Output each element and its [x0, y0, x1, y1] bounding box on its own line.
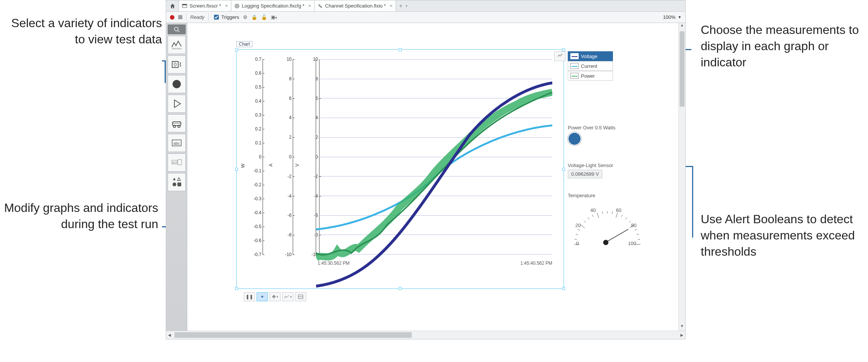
horizontal-scrollbar[interactable]: ◀ ▶: [166, 331, 685, 339]
voltage-sensor-value: 0.0962689 V: [568, 170, 602, 178]
scroll-down-icon[interactable]: ▼: [679, 324, 685, 331]
tab-label: Screen.flxscr *: [189, 3, 221, 9]
svg-text:abc: abc: [173, 141, 180, 146]
tab-close-icon[interactable]: ✕: [388, 4, 393, 8]
axis-w-title: W: [240, 164, 246, 168]
sel-handle[interactable]: [235, 168, 238, 171]
svg-marker-10: [174, 100, 180, 107]
annotation-indicators: Select a variety of indicators to view t…: [4, 15, 162, 48]
lock-icon[interactable]: 🔒: [251, 14, 257, 20]
svg-line-31: [588, 218, 589, 219]
tab-logging[interactable]: Logging Specification.flxcfg * ✕: [231, 0, 315, 11]
stop-button[interactable]: [178, 15, 182, 19]
voltage-sensor-indicator: Voltage-Light Sensor 0.0962689 V: [568, 163, 613, 178]
tab-screen[interactable]: Screen.flxscr * ✕: [179, 0, 231, 11]
svg-line-5: [178, 31, 179, 32]
gauge-tick: 80: [631, 222, 636, 228]
layout-icon[interactable]: ▣▾: [271, 14, 277, 20]
scroll-thumb[interactable]: [174, 332, 412, 338]
triggers-check-input[interactable]: [214, 15, 219, 20]
svg-line-34: [602, 212, 602, 214]
scroll-left-icon[interactable]: ◀: [166, 331, 173, 339]
scroll-thumb[interactable]: [680, 31, 685, 107]
svg-line-28: [578, 229, 580, 230]
sel-handle[interactable]: [235, 287, 238, 290]
axis-w: 0.70.60.50.40.30.20.10-0.1-0.2-0.3-0.4-0…: [244, 59, 263, 255]
svg-line-29: [581, 225, 585, 228]
axis-a: 1086420-2-4-6-8-10: [274, 59, 293, 255]
palette-vehicle-icon[interactable]: [168, 114, 186, 132]
palette-text-icon[interactable]: abc: [168, 134, 186, 152]
gauge: 0 20 40 60 80 100: [568, 200, 647, 249]
zoom-region-button[interactable]: [295, 292, 306, 301]
legend-item[interactable]: Power: [568, 71, 613, 81]
zoom-control[interactable]: 100% ▼: [663, 14, 682, 20]
home-button[interactable]: [166, 0, 179, 11]
svg-rect-1: [182, 4, 187, 5]
workspace: 0 abc abc Chart: [166, 23, 685, 331]
tab-add-button[interactable]: + ▾: [396, 0, 410, 11]
x-start-label: 1:45:30.562 PM: [318, 261, 350, 266]
chart[interactable]: 0.70.60.50.40.30.20.10-0.1-0.2-0.3-0.4-0…: [236, 49, 564, 289]
palette-label-icon[interactable]: abc: [168, 153, 186, 172]
palette-shapes-icon[interactable]: [168, 173, 186, 191]
gear-icon[interactable]: ⚙: [243, 14, 248, 20]
canvas[interactable]: Chart 0.70.60.50.40.30.20.10-0.1-0.2-0.3…: [187, 23, 679, 331]
legend-item[interactable]: Current: [568, 61, 613, 71]
scroll-right-icon[interactable]: ▶: [679, 331, 685, 339]
unlock-icon[interactable]: 🔓: [261, 14, 267, 20]
tab-label: Logging Specification.flxcfg *: [242, 3, 304, 9]
gauge-tick: 40: [590, 207, 596, 213]
triggers-label: Triggers: [222, 14, 239, 20]
axis-v-title: V: [295, 164, 300, 167]
gauge-tick: 20: [575, 222, 581, 228]
pause-button[interactable]: ❚❚: [244, 292, 255, 301]
palette-search[interactable]: [168, 25, 186, 34]
svg-line-30: [584, 221, 585, 222]
chevron-down-icon: ▼: [678, 15, 682, 19]
svg-marker-20: [173, 178, 176, 180]
power-alert-led: [568, 132, 581, 146]
sel-handle[interactable]: [562, 168, 565, 171]
record-button[interactable]: [170, 15, 174, 20]
sel-handle[interactable]: [235, 48, 238, 51]
vertical-scrollbar[interactable]: ▲ ▼: [679, 23, 685, 331]
tab-close-icon[interactable]: ✕: [223, 4, 228, 8]
palette-chart-icon[interactable]: [168, 36, 186, 54]
annot-line: [692, 166, 693, 238]
palette-led-icon[interactable]: [168, 75, 186, 93]
palette-play-icon[interactable]: [168, 95, 186, 113]
chart-title-label: Chart: [236, 41, 252, 47]
tab-channel[interactable]: Channel Specification.flxio * ✕: [315, 0, 396, 11]
annot-line: [162, 60, 165, 61]
gauge-tick: 60: [616, 207, 621, 213]
tab-close-icon[interactable]: ✕: [307, 4, 311, 8]
svg-rect-23: [177, 183, 181, 186]
crosshair-button[interactable]: ✦: [257, 292, 268, 301]
canvas-wrap: Chart 0.70.60.50.40.30.20.10-0.1-0.2-0.3…: [187, 23, 685, 331]
svg-line-32: [592, 215, 593, 217]
triggers-checkbox[interactable]: Triggers: [212, 14, 239, 21]
legend-item[interactable]: Voltage: [568, 51, 613, 61]
sel-handle[interactable]: [562, 287, 565, 290]
legend-options-button[interactable]: [554, 51, 565, 61]
svg-point-4: [174, 27, 178, 31]
autoscale-button[interactable]: [282, 292, 293, 301]
svg-line-27: [576, 234, 578, 235]
plot-area: [316, 59, 552, 255]
temperature-label: Temperature: [568, 193, 647, 198]
gauge-tick: 0: [576, 241, 579, 246]
svg-rect-19: [178, 160, 182, 165]
chart-toolbar: ❚❚ ✦ ✥: [244, 292, 306, 301]
sel-handle[interactable]: [399, 48, 402, 51]
app-window: Screen.flxscr * ✕ Logging Specification.…: [166, 0, 686, 339]
status-text: Ready: [190, 14, 205, 20]
legend-label: Voltage: [581, 54, 597, 59]
scroll-up-icon[interactable]: ▲: [679, 23, 685, 30]
pan-button[interactable]: ✥: [269, 292, 281, 301]
palette-numeric-icon[interactable]: 0: [168, 55, 186, 74]
svg-line-36: [612, 212, 613, 214]
legend-label: Power: [581, 73, 595, 79]
sel-handle[interactable]: [562, 48, 565, 51]
power-alert-indicator: Power Over 0.5 Watts: [568, 125, 616, 146]
